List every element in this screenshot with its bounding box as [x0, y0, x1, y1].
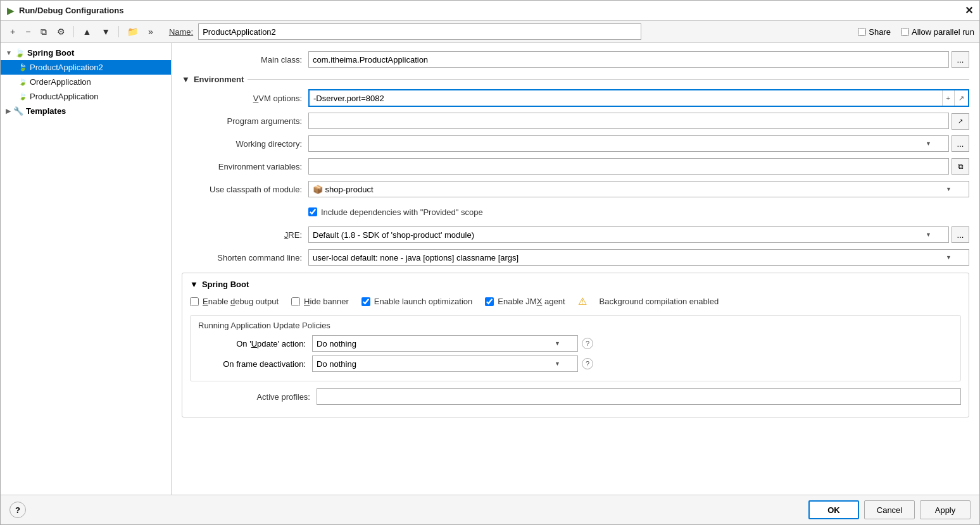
- main-class-row: Main class: com.itheima.ProductApplicati…: [182, 51, 969, 68]
- main-class-browse-button[interactable]: ...: [952, 51, 969, 68]
- run-debug-dialog: ▶ Run/Debug Configurations ✕ + − ⧉ ⚙ ▲ ▼…: [0, 0, 980, 525]
- sidebar-item-product-app2[interactable]: 🍃 ProductApplication2: [1, 60, 171, 75]
- working-dir-browse-button[interactable]: ...: [952, 135, 969, 152]
- more-button[interactable]: »: [144, 24, 158, 39]
- enable-jmx-text: Enable JMX agent: [498, 297, 565, 306]
- toolbar-separator2: [118, 26, 119, 37]
- jre-select-wrapper: Default (1.8 - SDK of 'shop-product' mod…: [308, 226, 949, 243]
- env-vars-input[interactable]: [308, 158, 949, 175]
- spring-leaf-icon-1: 🍃: [18, 63, 27, 71]
- on-frame-select-wrapper: Do nothing Update classes and resources …: [312, 355, 578, 372]
- close-icon[interactable]: ✕: [965, 4, 973, 16]
- apply-button[interactable]: Apply: [920, 500, 971, 519]
- on-frame-select[interactable]: Do nothing Update classes and resources …: [312, 355, 578, 372]
- on-update-select[interactable]: Do nothing Update classes and resources …: [312, 335, 578, 352]
- jre-label: JRE:: [182, 230, 308, 240]
- move-down-button[interactable]: ▼: [97, 24, 115, 39]
- ok-button[interactable]: OK: [808, 500, 859, 519]
- env-vars-value-area: ⧉: [308, 158, 969, 175]
- enable-jmx-label[interactable]: Enable JMX agent: [485, 297, 565, 306]
- toolbar-separator: [73, 26, 74, 37]
- working-dir-select-wrapper: [308, 135, 949, 152]
- hide-banner-text: Hide banner: [304, 297, 349, 306]
- jre-browse-button[interactable]: ...: [952, 226, 969, 243]
- jre-value-area: Default (1.8 - SDK of 'shop-product' mod…: [308, 226, 969, 243]
- copy-config-button[interactable]: ⧉: [36, 24, 51, 40]
- vm-input-wrapper: + ↗: [308, 89, 969, 107]
- vm-options-label: VVM options:: [182, 94, 308, 103]
- spring-leaf-icon-3: 🍃: [18, 92, 27, 101]
- add-config-button[interactable]: +: [6, 24, 20, 39]
- env-expand-icon[interactable]: ▼: [182, 75, 190, 84]
- share-area: Share Allow parallel run: [858, 27, 974, 37]
- update-policies-section: Running Application Update Policies On '…: [190, 315, 961, 381]
- enable-launch-text: Enable launch optimization: [374, 297, 472, 306]
- shorten-cmd-label: Shorten command line:: [182, 253, 308, 262]
- classpath-select[interactable]: 📦 shop-product: [308, 181, 969, 197]
- right-panel: Main class: com.itheima.ProductApplicati…: [172, 43, 979, 495]
- templates-group[interactable]: ▶ 🔧 Templates: [1, 104, 171, 118]
- parallel-checkbox[interactable]: [901, 28, 909, 36]
- group-expand-arrow: ▼: [6, 49, 12, 56]
- program-args-expand-button[interactable]: ↗: [952, 113, 969, 130]
- working-dir-label: Working directory:: [182, 139, 308, 149]
- remove-config-button[interactable]: −: [21, 24, 35, 39]
- spring-boot-group[interactable]: ▼ 🍃 Spring Boot: [1, 46, 171, 60]
- parallel-checkbox-label[interactable]: Allow parallel run: [901, 27, 974, 37]
- shorten-cmd-row: Shorten command line: user-local default…: [182, 249, 969, 266]
- main-class-label: Main class:: [182, 55, 308, 65]
- name-input[interactable]: ProductApplication2: [198, 23, 641, 40]
- on-update-help-icon[interactable]: ?: [582, 338, 593, 349]
- include-deps-row: Include dependencies with "Provided" sco…: [182, 203, 969, 221]
- move-up-button[interactable]: ▲: [78, 24, 96, 39]
- sidebar-item-order-app[interactable]: 🍃 OrderApplication: [1, 75, 171, 89]
- enable-launch-label[interactable]: Enable launch optimization: [361, 297, 472, 306]
- active-profiles-input[interactable]: [317, 388, 961, 405]
- classpath-value-area: 📦 shop-product: [308, 181, 969, 197]
- hide-banner-label[interactable]: Hide banner: [291, 297, 349, 306]
- on-frame-help-icon[interactable]: ?: [582, 358, 593, 369]
- vm-options-value-area: + ↗: [308, 89, 969, 107]
- env-vars-copy-button[interactable]: ⧉: [952, 158, 969, 175]
- share-checkbox[interactable]: [858, 28, 866, 36]
- on-frame-row: On frame deactivation: Do nothing Update…: [198, 355, 953, 372]
- vm-options-row: VVM options: + ↗: [182, 89, 969, 107]
- program-args-input[interactable]: [308, 113, 949, 129]
- spring-boot-section-label: Spring Boot: [202, 280, 249, 289]
- working-dir-row: Working directory: ...: [182, 135, 969, 152]
- share-checkbox-label[interactable]: Share: [858, 27, 891, 37]
- include-deps-checkbox-label[interactable]: Include dependencies with "Provided" sco…: [308, 207, 483, 217]
- vm-add-button[interactable]: +: [942, 90, 954, 106]
- help-button[interactable]: ?: [9, 502, 26, 518]
- jre-select[interactable]: Default (1.8 - SDK of 'shop-product' mod…: [308, 226, 949, 243]
- name-area: Name: ProductApplication2 Share Allow pa…: [169, 23, 974, 40]
- sb-expand-icon[interactable]: ▼: [190, 280, 198, 289]
- sidebar: ▼ 🍃 Spring Boot 🍃 ProductApplication2 🍃 …: [1, 43, 172, 495]
- folder-button[interactable]: 📁: [123, 24, 142, 39]
- vm-expand-button[interactable]: ↗: [954, 90, 968, 106]
- working-dir-select[interactable]: [308, 135, 949, 152]
- shorten-cmd-select[interactable]: user-local default: none - java [options…: [308, 249, 969, 266]
- sidebar-item-label-3: ProductApplication: [30, 92, 98, 101]
- active-profiles-value-area: [317, 388, 961, 405]
- include-deps-checkbox[interactable]: [308, 207, 317, 216]
- sidebar-item-product-app[interactable]: 🍃 ProductApplication: [1, 89, 171, 104]
- enable-debug-label[interactable]: Enable debug output: [190, 297, 279, 306]
- templates-expand-arrow: ▶: [6, 108, 11, 114]
- program-args-label: Program arguments:: [182, 116, 308, 126]
- enable-debug-checkbox[interactable]: [190, 297, 199, 306]
- shorten-cmd-value-area: user-local default: none - java [options…: [308, 249, 969, 266]
- settings-button[interactable]: ⚙: [53, 24, 70, 39]
- jre-row: JRE: Default (1.8 - SDK of 'shop-product…: [182, 226, 969, 244]
- main-class-input[interactable]: com.itheima.ProductApplication: [308, 51, 949, 68]
- bottom-bar: ? OK Cancel Apply: [1, 495, 979, 524]
- on-update-row: On 'Update' action: Do nothing Update cl…: [198, 335, 953, 352]
- enable-launch-checkbox[interactable]: [361, 297, 370, 306]
- vm-options-input[interactable]: [310, 90, 942, 106]
- cancel-button[interactable]: Cancel: [864, 500, 915, 519]
- active-profiles-row: Active profiles:: [190, 388, 961, 405]
- working-dir-value-area: ...: [308, 135, 969, 152]
- hide-banner-checkbox[interactable]: [291, 297, 300, 306]
- enable-jmx-checkbox[interactable]: [485, 297, 494, 306]
- include-deps-value-area: Include dependencies with "Provided" sco…: [308, 207, 969, 217]
